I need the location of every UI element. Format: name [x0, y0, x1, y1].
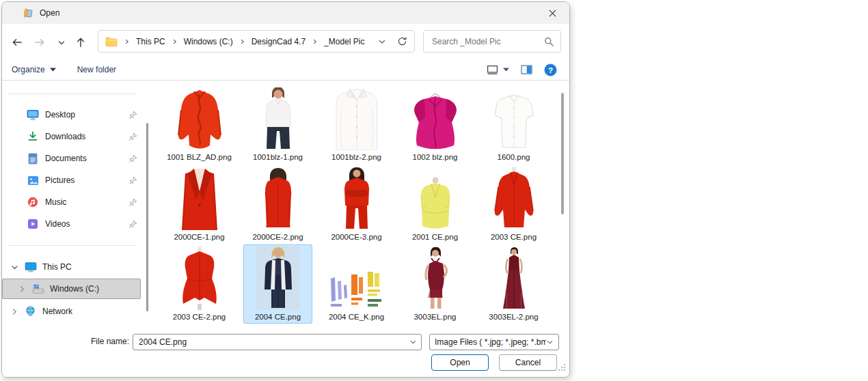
sidebar-item-desktop[interactable]: Desktop: [2, 104, 141, 126]
views-button[interactable]: [487, 65, 509, 75]
back-button[interactable]: [11, 36, 23, 48]
search-box[interactable]: [423, 30, 561, 53]
title-bar: Open: [2, 2, 569, 24]
sidebar-scrollbar[interactable]: [146, 123, 148, 311]
help-button[interactable]: ?: [544, 63, 557, 76]
breadcrumb-item[interactable]: Windows (C:): [181, 37, 236, 46]
file-item[interactable]: 2000CE-3.png: [322, 165, 391, 244]
file-name: 3003EL.png: [413, 312, 456, 322]
sidebar-item-windows-c[interactable]: Windows (C:): [2, 279, 141, 299]
forward-button[interactable]: [33, 36, 46, 48]
file-name: 2003 CE.png: [491, 232, 537, 242]
pin-icon[interactable]: [128, 154, 137, 163]
sidebar-item-label: Desktop: [45, 110, 75, 119]
chevron-right-icon[interactable]: [10, 308, 18, 315]
white-short-sleeve-shirt-thumbnail: [492, 93, 536, 150]
new-folder-label: New folder: [77, 65, 116, 74]
file-type-select[interactable]: Image Files ( *.jpg; *.jpeg; *.bm: [429, 334, 559, 350]
red-suit-model-thumbnail: [338, 167, 376, 230]
up-button[interactable]: [74, 36, 87, 48]
close-button[interactable]: [542, 6, 562, 20]
videos-icon: [27, 218, 39, 229]
search-input[interactable]: [431, 36, 544, 47]
file-list-scrollbar[interactable]: [561, 93, 564, 214]
resize-grip[interactable]: [558, 362, 566, 374]
sidebar-item-label: Network: [42, 307, 72, 316]
sidebar-item-documents[interactable]: Documents: [2, 147, 141, 169]
preview-pane-button[interactable]: [521, 65, 532, 74]
sidebar-item-network[interactable]: Network: [2, 300, 141, 322]
file-item[interactable]: 2003 CE-2.png: [165, 244, 234, 324]
file-item[interactable]: 1001blz-1.png: [243, 85, 312, 164]
file-name-input[interactable]: [133, 334, 422, 350]
file-name: 3003EL-2.png: [489, 312, 538, 322]
chevron-right-icon: [312, 38, 318, 45]
app-icon: [22, 8, 33, 18]
documents-icon: [27, 153, 39, 165]
file-item[interactable]: 2004 CE_K.png: [322, 244, 391, 324]
file-name-label: File name:: [84, 337, 129, 346]
file-name: 2003 CE-2.png: [173, 312, 226, 322]
file-item[interactable]: 1600.png: [479, 85, 548, 164]
recent-locations-button[interactable]: [57, 39, 66, 47]
pin-icon[interactable]: [128, 176, 137, 185]
file-name: 2001 CE.png: [412, 232, 458, 242]
chevron-right-icon: [124, 38, 130, 45]
sidebar-item-label: This PC: [42, 262, 72, 272]
chevron-down-icon[interactable]: [10, 264, 18, 271]
file-item[interactable]: 3003EL-2.png: [479, 244, 548, 324]
sidebar-divider: [8, 245, 136, 246]
file-name: 2000CE-1.png: [174, 232, 224, 242]
file-item[interactable]: 1001 BLZ_AD.png: [165, 85, 234, 164]
views-icon: [487, 65, 498, 75]
new-folder-button[interactable]: New folder: [77, 65, 116, 74]
chevron-right-icon: [239, 38, 245, 45]
screen: Open: [0, 0, 868, 381]
sidebar-item-this-pc[interactable]: This PC: [2, 256, 141, 278]
pink-blouse-thumbnail: [405, 93, 466, 150]
file-name: 1001blz-1.png: [253, 152, 303, 163]
breadcrumb-item[interactable]: DesignCad 4.7: [249, 37, 308, 46]
file-name: 1600.png: [498, 152, 530, 163]
navigation-pane: Desktop Downloads Documents Pictures: [2, 81, 158, 328]
file-type-value: Image Files ( *.jpg; *.jpeg; *.bm: [435, 337, 546, 347]
chevron-right-icon[interactable]: [18, 285, 26, 293]
sidebar-item-pictures[interactable]: Pictures: [2, 169, 141, 191]
file-item[interactable]: 2001 CE.png: [401, 165, 470, 244]
sidebar-item-label: Downloads: [45, 132, 85, 141]
drive-icon: [31, 284, 44, 294]
sidebar-item-downloads[interactable]: Downloads: [2, 126, 141, 147]
red-jacket-mannequin-thumbnail: [493, 167, 535, 230]
chevron-right-icon: [172, 38, 178, 45]
desktop-icon: [27, 109, 39, 120]
file-name: 1002 blz.png: [413, 152, 458, 163]
address-dropdown-button[interactable]: [378, 38, 386, 46]
red-blazer-closeup-thumbnail: [179, 167, 220, 230]
views-dropdown-caret-icon: [503, 68, 509, 72]
file-item[interactable]: 3003EL.png: [401, 244, 470, 324]
breadcrumb-item[interactable]: This PC: [133, 37, 168, 46]
open-button[interactable]: Open: [431, 354, 489, 371]
organize-button[interactable]: Organize: [12, 65, 56, 74]
file-item[interactable]: 2000CE-2.png: [243, 165, 312, 244]
breadcrumb-item[interactable]: _Model Pic: [321, 37, 367, 46]
file-item-selected[interactable]: 2004 CE.png: [243, 244, 312, 324]
file-item[interactable]: 1001blz-2.png: [322, 85, 391, 164]
pin-icon[interactable]: [128, 111, 137, 119]
refresh-button[interactable]: [397, 36, 407, 46]
file-item[interactable]: 1002 blz.png: [401, 85, 470, 164]
pin-icon[interactable]: [128, 220, 137, 229]
sidebar-item-music[interactable]: Music: [2, 191, 141, 213]
pin-icon[interactable]: [128, 198, 137, 207]
command-bar: Organize New folder ?: [2, 59, 569, 81]
maroon-gown-model-thumbnail: [499, 247, 529, 310]
pin-icon[interactable]: [128, 132, 137, 141]
cancel-button[interactable]: Cancel: [499, 354, 557, 371]
this-pc-icon: [24, 262, 37, 272]
file-item[interactable]: 2000CE-1.png: [165, 165, 234, 244]
sidebar-item-videos[interactable]: Videos: [2, 213, 141, 235]
file-item[interactable]: 2003 CE.png: [479, 165, 548, 244]
file-name-dropdown-chevron-icon[interactable]: [409, 339, 417, 346]
address-bar[interactable]: This PC Windows (C:) DesignCad 4.7 _Mode…: [98, 30, 415, 53]
organize-dropdown-caret-icon: [50, 68, 56, 72]
